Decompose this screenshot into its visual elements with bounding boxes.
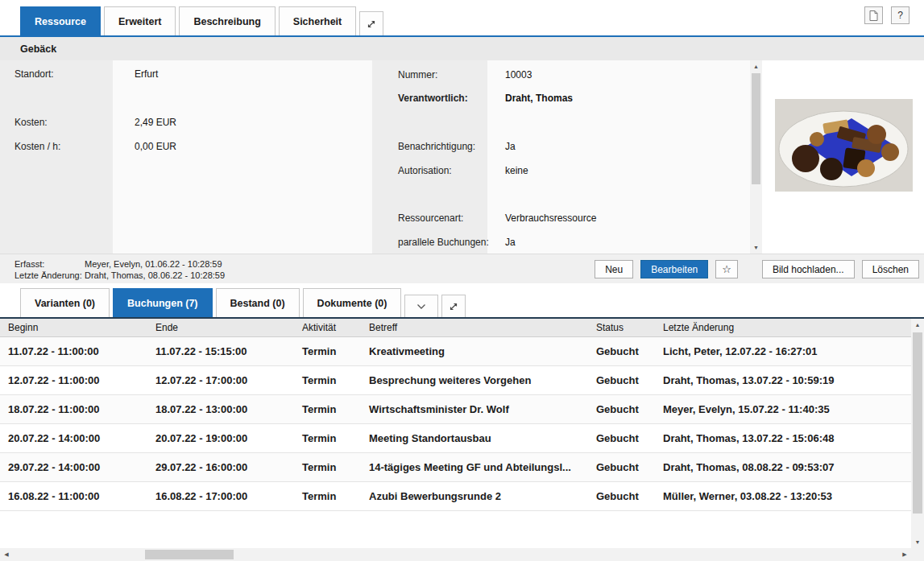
scroll-right-icon[interactable]: ▶: [898, 548, 911, 561]
cell-betreff: Kreativmeeting: [361, 345, 588, 357]
expand-main-tabs-button[interactable]: [359, 11, 383, 35]
field-verantwortlich: Verantwortlich: Draht, Thomas: [0, 93, 750, 107]
cell-ende: 29.07.22 - 16:00:00: [147, 461, 294, 473]
more-tabs-button[interactable]: [404, 295, 438, 317]
created-label: Erfasst:: [15, 258, 85, 270]
tab-dokumente[interactable]: Dokumente (0): [303, 288, 402, 317]
cell-ende: 12.07.22 - 17:00:00: [147, 374, 294, 386]
bookings-table-header: Beginn Ende Aktivität Betreff Status Let…: [0, 319, 911, 337]
scroll-down-icon[interactable]: ▼: [911, 536, 924, 548]
cell-beginn: 16.08.22 - 11:00:00: [0, 490, 147, 502]
field-value: 10003: [505, 69, 532, 80]
field-value: keine: [505, 165, 528, 176]
tab-label: Varianten (0): [35, 298, 95, 309]
cell-beginn: 12.07.22 - 11:00:00: [0, 374, 147, 386]
star-icon: ☆: [722, 263, 731, 275]
horizontal-scrollbar-thumb[interactable]: [145, 550, 234, 559]
scrollbar-horizontal[interactable]: ◀ ▶: [0, 548, 911, 561]
expand-detail-tabs-button[interactable]: [441, 295, 466, 317]
column-header-aktivitaet[interactable]: Aktivität: [294, 322, 361, 333]
tab-label: Ressource: [35, 16, 86, 27]
tab-bestand[interactable]: Bestand (0): [216, 288, 300, 317]
modified-label: Letzte Änderung:: [15, 270, 85, 281]
tab-label: Sicherheit: [293, 16, 342, 27]
action-buttons: Neu Bearbeiten ☆ Bild hochladen... Lösch…: [595, 260, 919, 278]
cell-betreff: Meeting Standortausbau: [361, 432, 588, 444]
cell-ende: 20.07.22 - 19:00:00: [147, 432, 294, 444]
field-value: Ja: [505, 237, 516, 248]
column-header-beginn[interactable]: Beginn: [0, 322, 147, 333]
upload-image-button[interactable]: Bild hochladen...: [762, 260, 855, 278]
main-tab-bar: Ressource Erweitert Beschreibung Sicherh…: [0, 0, 924, 35]
expand-icon: [367, 19, 376, 29]
detail-scrollbar-thumb[interactable]: [752, 73, 760, 184]
table-scrollbar-thumb[interactable]: [913, 332, 922, 514]
field-value: Ja: [505, 141, 516, 152]
image-panel: [762, 60, 924, 254]
table-row[interactable]: 29.07.22 - 14:00:00 29.07.22 - 16:00:00 …: [0, 453, 911, 482]
cell-aktivitaet: Termin: [294, 432, 361, 444]
cell-beginn: 29.07.22 - 14:00:00: [0, 461, 147, 473]
help-button[interactable]: ?: [891, 6, 909, 24]
cell-beginn: 18.07.22 - 11:00:00: [0, 403, 147, 415]
tab-beschreibung[interactable]: Beschreibung: [179, 6, 275, 35]
field-label: Benachrichtigung:: [398, 141, 475, 152]
field-label: Kosten:: [15, 117, 48, 128]
table-row[interactable]: 16.08.22 - 11:00:00 16.08.22 - 17:00:00 …: [0, 482, 911, 511]
tab-buchungen[interactable]: Buchungen (7): [113, 288, 213, 317]
tab-sicherheit[interactable]: Sicherheit: [279, 6, 356, 35]
tab-label: Buchungen (7): [127, 298, 198, 309]
field-ressourcenart: Ressourcenart: Verbrauchsressource: [0, 212, 750, 227]
table-row[interactable]: 18.07.22 - 11:00:00 18.07.22 - 13:00:00 …: [0, 395, 911, 424]
expand-icon: [449, 302, 458, 311]
column-header-status[interactable]: Status: [588, 322, 655, 333]
detail-scrollbar[interactable]: ▲ ▼: [750, 60, 762, 254]
resource-photo: [775, 99, 913, 192]
table-row[interactable]: 11.07.22 - 11:00:00 11.07.22 - 15:15:00 …: [0, 337, 911, 366]
delete-button[interactable]: Löschen: [862, 260, 919, 278]
cell-status: Gebucht: [588, 490, 655, 502]
table-row[interactable]: 20.07.22 - 14:00:00 20.07.22 - 19:00:00 …: [0, 424, 911, 453]
favorite-button[interactable]: ☆: [715, 260, 738, 278]
cell-aktivitaet: Termin: [294, 345, 361, 357]
field-label: Verantwortlich:: [398, 93, 468, 104]
resource-detail-panel: Standort: Erfurt Kosten: 2,49 EUR Kosten…: [0, 60, 762, 254]
cell-ende: 18.07.22 - 13:00:00: [147, 403, 294, 415]
column-header-betreff[interactable]: Betreff: [361, 322, 588, 333]
table-scrollbar-vertical[interactable]: ▲ ▼: [911, 319, 924, 548]
field-kosten: Kosten: 2,49 EUR: [0, 117, 750, 131]
detail-tab-bar: Varianten (0) Buchungen (7) Bestand (0) …: [0, 288, 924, 317]
scroll-down-icon[interactable]: ▼: [750, 241, 762, 254]
created-value: Meyer, Evelyn, 01.06.22 - 10:28:59: [85, 258, 222, 270]
cell-status: Gebucht: [588, 432, 655, 444]
table-row[interactable]: 12.07.22 - 11:00:00 12.07.22 - 17:00:00 …: [0, 366, 911, 395]
new-button[interactable]: Neu: [595, 260, 633, 278]
field-label: Autorisation:: [398, 165, 452, 176]
tab-varianten[interactable]: Varianten (0): [20, 288, 110, 317]
tab-label: Dokumente (0): [317, 298, 387, 309]
scroll-up-icon[interactable]: ▲: [750, 60, 762, 72]
cell-aenderung: Draht, Thomas, 13.07.22 - 10:59:19: [655, 374, 911, 386]
cell-beginn: 20.07.22 - 14:00:00: [0, 432, 147, 444]
chevron-down-icon: [416, 303, 426, 310]
tab-label: Beschreibung: [193, 16, 260, 27]
tab-ressource[interactable]: Ressource: [20, 6, 101, 35]
cell-status: Gebucht: [588, 403, 655, 415]
column-header-aenderung[interactable]: Letzte Änderung: [655, 322, 911, 333]
scroll-up-icon[interactable]: ▲: [911, 319, 924, 331]
edit-button[interactable]: Bearbeiten: [640, 260, 708, 278]
report-button[interactable]: [864, 6, 883, 24]
field-benachrichtigung: Benachrichtigung: Ja: [0, 141, 750, 155]
cell-betreff: Wirtschaftsminister Dr. Wolf: [361, 403, 588, 415]
resource-title-bar: Gebäck: [0, 37, 924, 60]
bookings-table-body: 11.07.22 - 11:00:00 11.07.22 - 15:15:00 …: [0, 337, 911, 511]
cell-aktivitaet: Termin: [294, 403, 361, 415]
tab-label: Erweitert: [118, 16, 162, 27]
cell-status: Gebucht: [588, 345, 655, 357]
tab-erweitert[interactable]: Erweitert: [104, 6, 176, 35]
cell-aenderung: Licht, Peter, 12.07.22 - 16:27:01: [655, 345, 911, 357]
help-icon: ?: [897, 10, 903, 21]
cell-aktivitaet: Termin: [294, 461, 361, 473]
scroll-left-icon[interactable]: ◀: [0, 548, 13, 561]
column-header-ende[interactable]: Ende: [147, 322, 294, 333]
